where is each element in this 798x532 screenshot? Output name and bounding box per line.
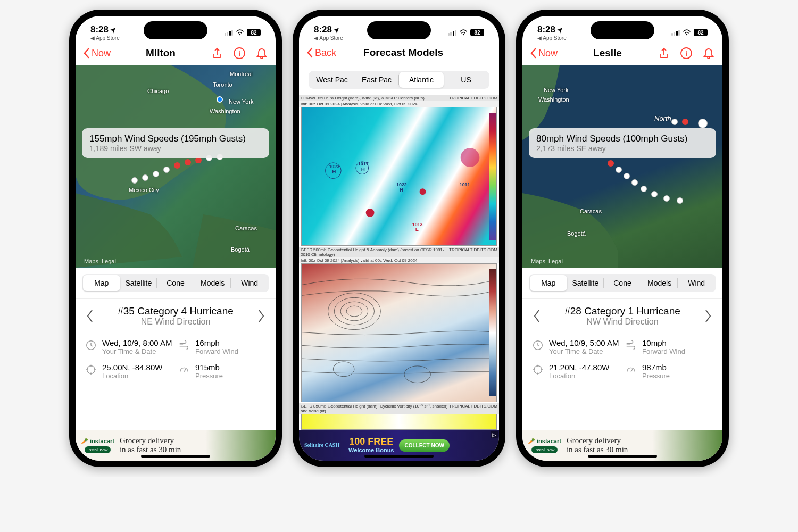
region-segmented-control: West Pac East Pac Atlantic US — [309, 71, 489, 89]
tab-models[interactable]: Models — [194, 275, 231, 291]
info-button[interactable] — [233, 47, 246, 60]
track-point[interactable] — [631, 179, 638, 186]
svg-point-24 — [404, 366, 430, 383]
ad-install-button[interactable]: Install now — [531, 446, 558, 453]
track-point[interactable] — [185, 159, 191, 165]
tab-satellite[interactable]: Satellite — [120, 275, 157, 291]
cellular-signal-icon — [225, 30, 234, 36]
track-point[interactable] — [698, 119, 708, 128]
phone-frame-2: 8:28➤ ◀ App Store 82 Back Forecast Model… — [293, 10, 505, 467]
page-title: Leslie — [558, 47, 658, 59]
storm-category: #28 Category 1 Hurricane — [564, 305, 680, 317]
tab-map[interactable]: Map — [83, 275, 120, 291]
storm-header: #35 Category 4 Hurricane NE Wind Directi… — [76, 298, 276, 331]
track-point[interactable] — [608, 160, 614, 167]
svg-point-21 — [340, 302, 368, 321]
map-city-label: Washington — [210, 108, 240, 114]
tab-satellite[interactable]: Satellite — [567, 275, 604, 291]
chevron-left-icon — [530, 48, 536, 59]
tab-atlantic[interactable]: Atlantic — [399, 72, 444, 88]
tab-us[interactable]: US — [444, 72, 488, 88]
track-point[interactable] — [616, 167, 622, 173]
home-indicator[interactable] — [364, 455, 434, 458]
track-point[interactable] — [651, 191, 658, 197]
prev-storm-button[interactable] — [532, 308, 542, 324]
legal-link[interactable]: Legal — [548, 258, 563, 264]
status-back-to-appstore[interactable]: ◀ App Store — [314, 35, 343, 41]
callout-distance: 2,173 miles SE away — [536, 144, 709, 153]
tab-cone[interactable]: Cone — [157, 275, 194, 291]
storm-map[interactable]: Montréal Toronto Chicago New York Washin… — [76, 65, 276, 268]
svg-text:H: H — [332, 169, 336, 174]
tab-wind[interactable]: Wind — [231, 275, 268, 291]
ad-logo: 🥕 instacart Install now — [528, 438, 561, 453]
track-point[interactable] — [174, 162, 180, 169]
back-button[interactable]: Now — [530, 48, 558, 59]
track-point[interactable] — [153, 171, 159, 177]
track-point[interactable] — [131, 177, 138, 184]
share-button[interactable] — [211, 47, 223, 60]
models-scroll[interactable]: ECMWF 850 hPa Height (dam), Wind (kt), &… — [299, 95, 499, 430]
chevron-left-icon — [306, 47, 313, 58]
legal-link[interactable]: Legal — [102, 258, 116, 264]
home-indicator[interactable] — [141, 455, 210, 458]
detail-location: 25.00N, -84.80WLocation — [85, 363, 173, 380]
info-button[interactable] — [680, 47, 693, 60]
svg-point-4 — [463, 34, 464, 35]
storm-map[interactable]: New York Washington North Caracas Bogotá… — [522, 65, 722, 268]
track-point[interactable] — [671, 119, 678, 125]
status-back-to-appstore[interactable]: ◀ App Store — [537, 35, 567, 41]
ad-install-button[interactable]: Install now — [85, 446, 111, 453]
gauge-icon — [178, 364, 190, 376]
back-button[interactable]: Now — [83, 48, 111, 59]
model-image-partial[interactable] — [301, 414, 497, 430]
storm-category: #35 Category 4 Hurricane — [118, 305, 234, 317]
cellular-signal-icon — [671, 30, 680, 36]
tab-cone[interactable]: Cone — [604, 275, 641, 291]
model-image-gefs[interactable] — [301, 263, 497, 402]
detail-forward-wind: 16mphForward Wind — [178, 338, 266, 355]
notification-bell-button[interactable] — [702, 47, 715, 60]
prev-storm-button[interactable] — [85, 308, 95, 324]
tab-east-pac[interactable]: East Pac — [354, 72, 399, 88]
share-button[interactable] — [658, 47, 670, 60]
svg-point-18 — [461, 148, 480, 167]
model-image-ecmwf[interactable]: 1023 H 1017 H 1022 H 1011 1013 L — [301, 107, 497, 246]
ad-cta-button[interactable]: COLLECT NOW — [399, 439, 449, 452]
track-point[interactable] — [624, 173, 630, 179]
svg-text:L: L — [415, 226, 419, 232]
track-point[interactable] — [641, 186, 647, 192]
ad-headline: 100 FREE — [348, 437, 394, 446]
back-button[interactable]: Back — [306, 47, 336, 59]
wifi-icon — [236, 29, 244, 36]
tab-wind[interactable]: Wind — [678, 275, 715, 291]
track-point[interactable] — [142, 174, 148, 181]
notification-bell-button[interactable] — [255, 47, 268, 60]
status-time: 8:28➤ — [90, 24, 116, 35]
wind-icon — [178, 339, 190, 351]
battery-indicator: 82 — [247, 29, 261, 36]
svg-point-16 — [366, 209, 375, 217]
map-city-label: Montréal — [230, 71, 253, 77]
back-label: Now — [92, 48, 111, 59]
screen-1: 8:28➤ ◀ App Store 82 Now Milton — [76, 16, 276, 461]
track-point[interactable] — [163, 167, 170, 173]
home-indicator[interactable] — [588, 455, 657, 458]
clock-icon — [85, 339, 97, 351]
map-city-label: Bogotá — [567, 230, 586, 237]
track-point[interactable] — [663, 195, 670, 202]
map-attribution: Maps Legal — [528, 258, 563, 264]
cellular-signal-icon — [448, 30, 457, 36]
track-point[interactable] — [677, 197, 683, 204]
tab-west-pac[interactable]: West Pac — [310, 72, 354, 88]
callout-title: 80mph Wind Speeds (100mph Gusts) — [536, 134, 709, 144]
next-storm-button[interactable] — [256, 308, 266, 324]
track-point[interactable] — [682, 119, 688, 125]
tab-models[interactable]: Models — [641, 275, 678, 291]
next-storm-button[interactable] — [703, 308, 713, 324]
tab-map[interactable]: Map — [530, 275, 567, 291]
ad-close-icon[interactable]: ▷ — [491, 431, 498, 438]
svg-point-0 — [239, 34, 240, 35]
status-time: 8:28➤ — [314, 24, 339, 35]
status-back-to-appstore[interactable]: ◀ App Store — [90, 35, 120, 41]
